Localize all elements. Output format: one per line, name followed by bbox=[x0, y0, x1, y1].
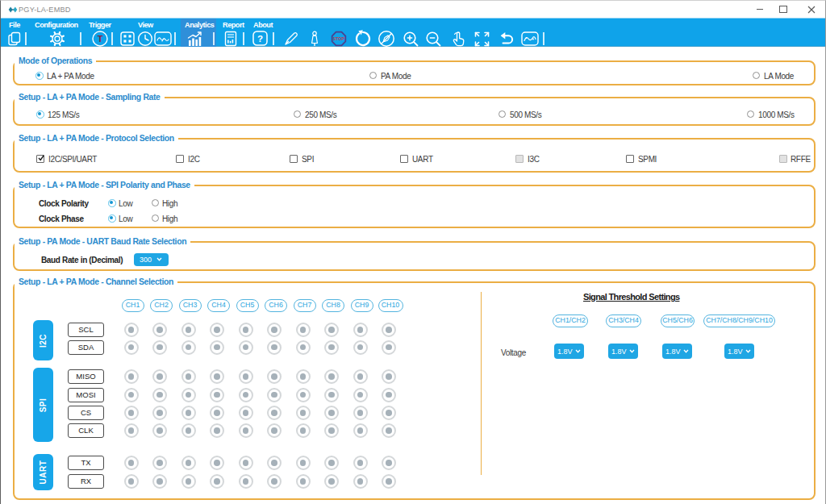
svg-text:T: T bbox=[98, 34, 103, 44]
svg-text:?: ? bbox=[257, 34, 263, 44]
svg-text:STOP: STOP bbox=[333, 36, 345, 41]
